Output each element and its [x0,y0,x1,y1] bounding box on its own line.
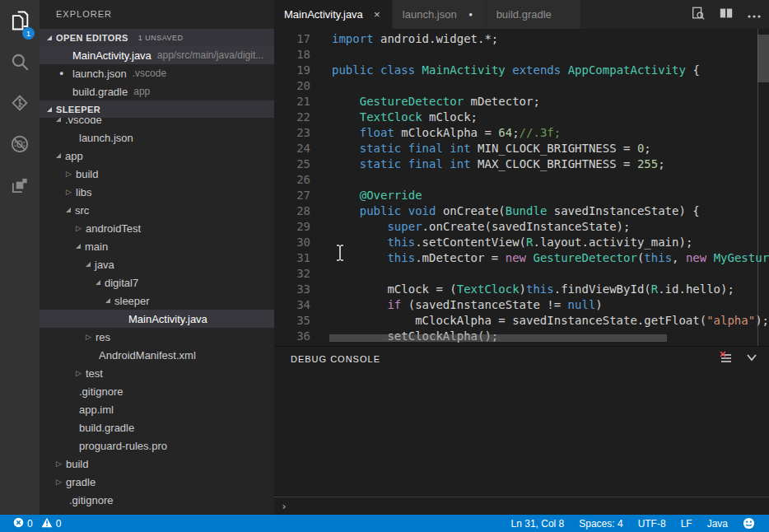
status-indentation[interactable]: Spaces: 4 [571,515,630,532]
feedback-smiley-button[interactable] [735,515,762,532]
tree-item[interactable]: sleeper [40,292,274,310]
code-text: static final int MAX_CLOCK_BRIGHTNESS = … [310,156,665,172]
folder-section-header[interactable]: SLEEPER [40,100,274,118]
dirty-dot-icon: ● [59,69,72,77]
open-editor-item[interactable]: MainActivity.javaapp/src/main/java/digit… [40,46,274,64]
activity-search-button[interactable] [0,43,40,84]
activity-explorer-button[interactable]: 1 [0,2,40,43]
code-line: 20 [274,78,757,94]
tree-item[interactable]: ▷build [40,455,274,473]
activity-source-control-button[interactable] [0,84,40,125]
tree-item[interactable]: java [40,255,274,273]
code-text: mClockAlpha = savedInstanceState.getFloa… [310,313,769,329]
tree-item-label: proguard-rules.pro [79,440,167,452]
file-magnifier-icon [691,6,706,24]
tree-item[interactable]: .gitignore [40,382,274,400]
activity-debug-button[interactable] [0,125,40,166]
horizontal-scrollbar-thumb[interactable] [329,334,667,342]
tree-item-label: build [66,458,88,470]
tree-item[interactable]: proguard-rules.pro [40,436,274,455]
collapse-panel-button[interactable] [743,350,761,368]
twistie-collapsed-icon: ▷ [56,460,63,468]
tree-item-label: launch.json [79,132,133,144]
debug-console-panel: DEBUG CONSOLE [274,346,769,515]
tree-item[interactable]: MainActivity.java [40,310,274,328]
tree-item[interactable]: digital7 [40,273,274,292]
tab-label: build.gradle [496,8,552,21]
line-number: 19 [274,63,310,78]
tab-MainActivity.java[interactable]: MainActivity.java× [274,0,392,29]
open-editors-header[interactable]: OPEN EDITORS 1 UNSAVED [40,29,274,46]
panel-header: DEBUG CONSOLE [274,347,769,371]
status-language-mode[interactable]: Java [700,515,735,532]
tree-item[interactable]: launch.json [40,128,274,147]
panel-actions [716,350,761,368]
tree-item[interactable]: main [40,237,274,255]
split-editor-icon [719,7,734,23]
status-cursor-position[interactable]: Ln 31, Col 8 [504,515,572,532]
twistie-collapsed-icon: ▷ [76,224,82,232]
dirty-dot-icon[interactable]: ● [464,11,478,18]
sidebar-title: EXPLORER [40,0,274,29]
tree-item[interactable]: .gitignore [40,491,274,509]
explorer-sidebar: EXPLORER OPEN EDITORS 1 UNSAVED MainActi… [40,0,274,515]
tree-item[interactable]: ▷gradle [40,473,274,491]
twistie-collapsed-icon: ▷ [56,478,63,486]
status-eol[interactable]: LF [673,515,700,532]
activity-extensions-button[interactable] [0,166,40,208]
tree-item[interactable]: ▷test [40,364,274,382]
code-line: 32 [274,266,757,282]
line-number: 31 [274,250,310,266]
code-line: 25 static final int MAX_CLOCK_BRIGHTNESS… [274,156,757,172]
code-line: 17import android.widget.*; [274,31,757,47]
line-number: 18 [274,47,310,63]
close-icon[interactable]: × [371,8,384,21]
tree-item-label: build.gradle [69,512,124,515]
code-line: 34 if (savedInstanceState != null) [274,297,757,313]
tree-item[interactable]: AndroidManifest.xml [40,346,274,364]
tab-build.gradle[interactable]: build.gradle [487,0,580,29]
tree-item[interactable]: ▷androidTest [40,219,274,237]
tab-bar: MainActivity.java×launch.json●build.grad… [274,0,769,29]
vertical-scrollbar-track[interactable] [757,29,769,346]
code-text: if (savedInstanceState != null) [310,297,603,313]
twistie-expanded-icon [56,153,61,158]
code-line: 33 mClock = (TextClock)this.findViewById… [274,282,757,297]
file-search-button[interactable] [690,7,706,23]
tree-item[interactable]: .vscode [40,118,274,128]
twistie-collapsed-icon: ▷ [66,170,72,178]
tree-item[interactable]: app [40,147,274,165]
line-number: 27 [274,188,310,203]
open-editor-item[interactable]: ●launch.json.vscode [40,64,274,82]
line-number: 34 [274,297,310,313]
code-editor[interactable]: 17import android.widget.*;1819public cla… [274,29,769,346]
tab-launch.json[interactable]: launch.json● [393,0,486,29]
tree-item-label: build [76,168,98,180]
problems-indicator[interactable]: 0 0 [8,515,66,532]
twistie-expanded-icon [105,298,110,303]
tree-item[interactable]: ▷build [40,165,274,183]
more-actions-button[interactable] [746,7,762,23]
code-line: 18 [274,47,757,63]
tree-item[interactable]: src [40,201,274,219]
code-text: float mClockAlpha = 64;//.3f; [310,125,561,141]
split-editor-button[interactable] [718,7,734,23]
warning-icon [41,517,53,530]
tree-item[interactable]: build.gradle [40,418,274,436]
debug-console-input[interactable]: › [274,497,769,515]
tree-item[interactable]: app.iml [40,400,274,418]
tree-item[interactable]: ▷libs [40,183,274,201]
line-number: 20 [274,78,310,94]
open-editor-item[interactable]: build.gradleapp [40,82,274,100]
tree-item[interactable]: build.gradle [40,509,274,514]
clear-console-button[interactable] [716,350,734,368]
tree-item-label: androidTest [86,222,141,235]
error-count: 0 [27,518,33,530]
status-encoding[interactable]: UTF-8 [631,515,673,532]
code-text: @Override [310,188,422,203]
vertical-scrollbar-thumb[interactable] [757,35,769,82]
code-text: super.onCreate(savedInstanceState); [310,219,630,235]
open-editor-description: .vscode [133,68,166,79]
tree-item[interactable]: ▷res [40,328,274,346]
code-text: import android.widget.*; [310,31,498,47]
